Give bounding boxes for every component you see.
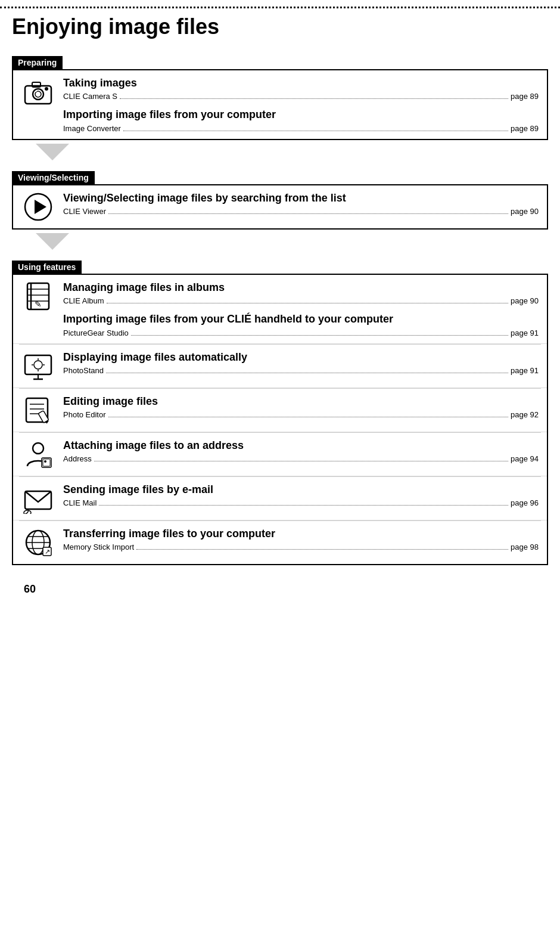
address-title: Attaching image files to an address bbox=[63, 439, 539, 452]
photo-editor-page: page 92 bbox=[511, 410, 539, 419]
svg-point-1 bbox=[33, 89, 43, 100]
importing-computer-page: page 89 bbox=[511, 124, 539, 133]
clie-mail-page: page 96 bbox=[511, 498, 539, 507]
section-preparing-wrapper: Preparing Taking images CLIE Cam bbox=[0, 56, 560, 140]
section-viewing-wrapper: Viewing/Selecting Viewing/Selecting imag… bbox=[0, 171, 560, 230]
section-features-wrapper: Using features ✎ Managing image files in… bbox=[0, 261, 560, 565]
photo-editor-title: Editing image files bbox=[63, 395, 539, 408]
item-clie-mail: Sending image files by e-mail CLIE Mail … bbox=[13, 477, 547, 520]
svg-rect-14 bbox=[25, 355, 51, 374]
memory-stick-title: Transferring image files to your compute… bbox=[63, 527, 539, 541]
taking-images-page: page 89 bbox=[511, 92, 539, 101]
svg-point-18 bbox=[34, 361, 42, 369]
section-tab-viewing: Viewing/Selecting bbox=[12, 171, 95, 184]
item-photostand: Displaying image files automatically Pho… bbox=[13, 345, 547, 388]
viewing-selecting-page: page 90 bbox=[511, 207, 539, 216]
photo-editor-content: Editing image files Photo Editor page 92 bbox=[63, 395, 539, 419]
photo-editor-label: Photo Editor bbox=[63, 410, 106, 419]
managing-albums-dots bbox=[107, 303, 508, 303]
photostand-label: PhotoStand bbox=[63, 366, 104, 375]
svg-text:↗: ↗ bbox=[45, 548, 50, 555]
photostand-page: page 91 bbox=[511, 366, 539, 375]
memory-stick-label: Memory Stick Import bbox=[63, 543, 134, 551]
managing-albums-sub: CLIE Album page 90 bbox=[63, 296, 539, 305]
top-border bbox=[0, 0, 560, 8]
memorystick-icon: ↗ bbox=[21, 527, 55, 558]
section-features-tab-wrapper: Using features bbox=[0, 261, 560, 274]
svg-point-4 bbox=[45, 87, 48, 91]
viewing-selecting-dots bbox=[108, 213, 508, 214]
svg-marker-7 bbox=[35, 200, 46, 214]
importing-computer-dots bbox=[123, 131, 508, 131]
album-icon: ✎ bbox=[21, 281, 55, 312]
address-icon bbox=[21, 439, 55, 470]
memory-stick-sub: Memory Stick Import page 98 bbox=[63, 543, 539, 551]
clie-mail-dots bbox=[99, 505, 508, 506]
clie-mail-title: Sending image files by e-mail bbox=[63, 483, 539, 497]
viewing-selecting-label: CLIE Viewer bbox=[63, 207, 106, 216]
taking-images-content: Taking images CLIE Camera S page 89 Impo… bbox=[63, 76, 539, 133]
svg-point-32 bbox=[44, 460, 46, 463]
importing-clie-label: PictureGear Studio bbox=[63, 328, 129, 337]
taking-images-sub: CLIE Camera S page 89 bbox=[63, 92, 539, 101]
importing-computer-title: Importing image files from your computer bbox=[63, 108, 539, 122]
photostand-icon bbox=[21, 351, 55, 382]
page-title: Enjoying image files bbox=[0, 8, 560, 49]
viewing-selecting-sub: CLIE Viewer page 90 bbox=[63, 207, 539, 216]
memory-stick-dots bbox=[136, 549, 508, 550]
photo-editor-sub: Photo Editor page 92 bbox=[63, 410, 539, 419]
viewing-selecting-content: Viewing/Selecting image files by searchi… bbox=[63, 191, 539, 216]
item-viewing-selecting: Viewing/Selecting image files by searchi… bbox=[13, 185, 547, 228]
item-taking-images: Taking images CLIE Camera S page 89 Impo… bbox=[13, 70, 547, 139]
clie-mail-label: CLIE Mail bbox=[63, 498, 97, 507]
item-managing-albums: ✎ Managing image files in albums CLIE Al… bbox=[13, 275, 547, 344]
svg-text:✎: ✎ bbox=[35, 299, 42, 309]
item-memory-stick: ↗ Transferring image files to your compu… bbox=[13, 521, 547, 564]
memory-stick-page: page 98 bbox=[511, 543, 539, 551]
taking-images-title: Taking images bbox=[63, 76, 539, 90]
managing-albums-page: page 90 bbox=[511, 296, 539, 305]
photo-editor-dots bbox=[108, 417, 508, 417]
item-photo-editor: Editing image files Photo Editor page 92 bbox=[13, 389, 547, 432]
svg-point-29 bbox=[33, 443, 43, 454]
section-features-box: ✎ Managing image files in albums CLIE Al… bbox=[12, 274, 548, 565]
importing-clie-title: Importing image files from your CLIÉ han… bbox=[63, 312, 539, 326]
section-preparing-tab: Preparing bbox=[0, 56, 560, 69]
arrow-down-icon-2 bbox=[36, 233, 69, 250]
section-preparing-box: Taking images CLIE Camera S page 89 Impo… bbox=[12, 69, 548, 140]
importing-computer-label: Image Converter bbox=[63, 124, 121, 133]
play-icon bbox=[21, 191, 55, 222]
address-sub: Address page 94 bbox=[63, 454, 539, 463]
importing-clie-sub: PictureGear Studio page 91 bbox=[63, 328, 539, 337]
importing-clie-page: page 91 bbox=[511, 328, 539, 337]
photostand-dots bbox=[106, 373, 508, 373]
camera-icon bbox=[21, 76, 55, 107]
address-page: page 94 bbox=[511, 454, 539, 463]
arrow-viewing-features bbox=[0, 230, 560, 253]
taking-images-dots bbox=[120, 98, 508, 99]
clie-mail-sub: CLIE Mail page 96 bbox=[63, 498, 539, 507]
importing-computer-sub: Image Converter page 89 bbox=[63, 124, 539, 133]
arrow-preparing-viewing bbox=[0, 140, 560, 164]
photostand-title: Displaying image files automatically bbox=[63, 351, 539, 364]
mail-icon bbox=[21, 483, 55, 514]
photostand-content: Displaying image files automatically Pho… bbox=[63, 351, 539, 375]
importing-clie-dots bbox=[131, 335, 508, 336]
managing-albums-content: Managing image files in albums CLIE Albu… bbox=[63, 281, 539, 337]
arrow-down-icon bbox=[36, 144, 69, 160]
managing-albums-title: Managing image files in albums bbox=[63, 281, 539, 295]
photostand-sub: PhotoStand page 91 bbox=[63, 366, 539, 375]
viewing-selecting-title: Viewing/Selecting image files by searchi… bbox=[63, 191, 539, 205]
section-tab-features: Using features bbox=[12, 261, 82, 274]
address-dots bbox=[94, 461, 508, 461]
taking-images-label: CLIE Camera S bbox=[63, 92, 117, 101]
page-number: 60 bbox=[12, 571, 48, 595]
clie-mail-content: Sending image files by e-mail CLIE Mail … bbox=[63, 483, 539, 507]
section-viewing-tab-wrapper: Viewing/Selecting bbox=[0, 171, 560, 184]
address-label: Address bbox=[63, 454, 92, 463]
editor-icon bbox=[21, 395, 55, 426]
address-content: Attaching image files to an address Addr… bbox=[63, 439, 539, 463]
item-address: Attaching image files to an address Addr… bbox=[13, 433, 547, 476]
section-tab-preparing: Preparing bbox=[12, 56, 63, 69]
managing-albums-label: CLIE Album bbox=[63, 296, 104, 305]
